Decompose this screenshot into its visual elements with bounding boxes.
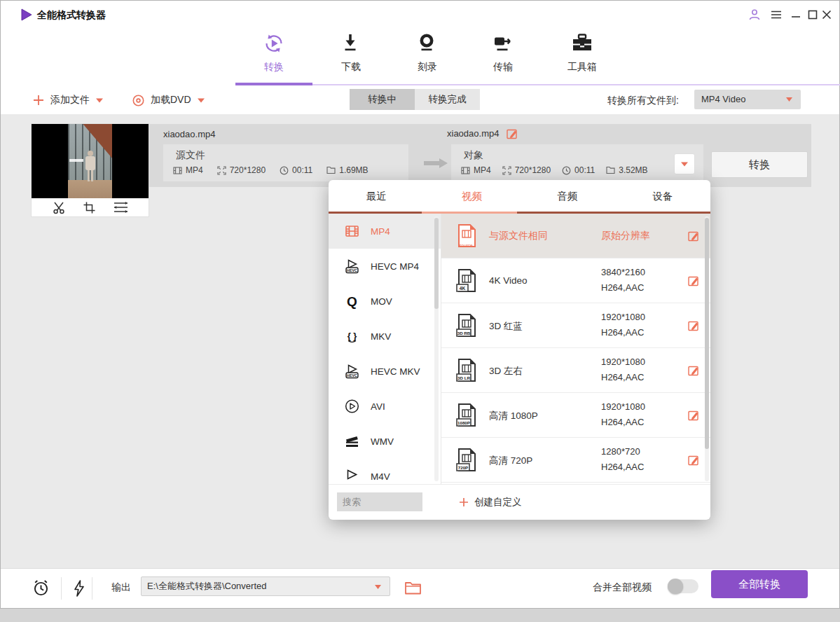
toolbox-icon [570, 32, 594, 55]
trim-button[interactable] [52, 200, 66, 214]
source-file-icon: source [454, 223, 479, 249]
preset-row-3d-lr[interactable]: 3D LR 3D 左右 1920*1080 H264,AAC [441, 348, 710, 393]
target-resolution: 720*1280 [502, 165, 551, 175]
nav-divider-line [312, 84, 840, 85]
hardware-accel-button[interactable] [71, 579, 88, 597]
merge-videos-label: 合并全部视频 [593, 581, 652, 594]
create-custom-button[interactable]: 创建自定义 [459, 496, 522, 509]
source-size: 1.69MB [326, 165, 368, 175]
finished-tab[interactable]: 转换完成 [415, 89, 480, 110]
tab-download[interactable]: 下载 [319, 32, 383, 74]
output-path-select[interactable] [141, 576, 390, 596]
load-dvd-button[interactable]: 加载DVD [132, 92, 205, 108]
matroska-icon: { } [344, 329, 360, 344]
convert-icon [262, 32, 286, 55]
format-item-m4v[interactable]: M4V [329, 459, 441, 484]
tab-toolbox[interactable]: 工具箱 [551, 32, 614, 74]
format-item-mov[interactable]: Q MOV [329, 284, 441, 319]
source-resolution: 720*1280 [217, 165, 266, 175]
app-title: 全能格式转换器 [37, 9, 106, 22]
arrow-right-icon [422, 158, 449, 169]
merge-videos-toggle[interactable] [668, 579, 698, 593]
convert-all-button[interactable]: 全部转换 [711, 570, 808, 598]
svg-text:3D LR: 3D LR [457, 375, 470, 380]
global-format-select[interactable]: MP4 Video [694, 90, 801, 109]
tab-transfer[interactable]: 传输 [471, 32, 535, 74]
target-format-dropdown[interactable] [674, 153, 695, 174]
convert-all-to-label: 转换所有文件到: [607, 95, 679, 107]
svg-text:1080P: 1080P [457, 420, 470, 425]
clock-icon [280, 166, 289, 175]
format-item-hevc-mkv[interactable]: HEVC HEVC MKV [329, 354, 441, 389]
video-thumbnail [32, 124, 149, 198]
format-item-wmv[interactable]: WMV [329, 424, 441, 459]
maximize-button[interactable] [806, 8, 819, 21]
chevron-down-icon [96, 98, 103, 103]
chevron-down-icon [198, 98, 205, 103]
source-duration: 00:11 [280, 165, 312, 175]
clock-icon [562, 166, 571, 175]
app-logo-icon [19, 8, 33, 22]
preset-row-4k[interactable]: 4K 4K Video 3840*2160 H264,AAC [441, 258, 710, 303]
schedule-button[interactable] [32, 579, 50, 597]
svg-text:{ }: { } [347, 331, 357, 341]
preset-edit-button[interactable] [687, 409, 699, 421]
hevc-icon: HEVC [344, 258, 360, 274]
queue-tabs: 转换中 转换完成 [350, 89, 480, 110]
target-format: MP4 [461, 165, 491, 175]
minimize-button[interactable] [790, 8, 802, 21]
preset-list-scrollbar-thumb[interactable] [705, 218, 709, 449]
format-item-mp4[interactable]: MP4 [329, 214, 441, 249]
preset-row-hd-1080p[interactable]: 1080P 高清 1080P 1920*1080 H264,AAC [441, 393, 710, 438]
menu-icon[interactable] [770, 8, 783, 21]
m4v-play-icon [344, 469, 360, 484]
preset-file-icon: 4K [454, 268, 479, 294]
chevron-down-icon [681, 162, 688, 167]
avi-play-icon [344, 399, 360, 414]
burn-disc-icon [415, 32, 439, 55]
format-item-mkv[interactable]: { } MKV [329, 319, 441, 354]
source-file-card: 源文件 MP4 720*1280 00:11 1.69MB [163, 144, 408, 181]
chevron-down-icon [375, 585, 381, 589]
source-format: MP4 [173, 165, 203, 175]
format-item-avi[interactable]: AVI [329, 389, 441, 424]
preset-row-hd-720p[interactable]: 720P 高清 720P 1280*720 H264,AAC [441, 438, 710, 483]
add-file-button[interactable]: 添加文件 [33, 92, 103, 108]
popup-tab-recent[interactable]: 最近 [329, 180, 424, 214]
format-list-scrollbar-thumb[interactable] [434, 218, 439, 309]
convert-button[interactable]: 转换 [711, 151, 808, 178]
preset-edit-button[interactable] [687, 454, 699, 466]
preset-edit-button[interactable] [687, 364, 699, 376]
preset-edit-button[interactable] [687, 319, 699, 331]
preset-edit-button[interactable] [687, 230, 699, 242]
target-file-name: xiaodao.mp4 [447, 128, 499, 139]
quicktime-icon: Q [344, 293, 360, 309]
source-file-name: xiaodao.mp4 [163, 129, 215, 139]
open-folder-button[interactable] [404, 580, 422, 595]
popup-tab-audio[interactable]: 音频 [520, 180, 615, 214]
search-input[interactable] [337, 492, 422, 511]
target-duration: 00:11 [562, 165, 595, 175]
preset-list: source 与源文件相同 原始分辨率 4K 4K Vid [441, 214, 710, 484]
plus-icon [33, 95, 44, 106]
converting-tab[interactable]: 转换中 [350, 89, 415, 110]
preset-edit-button[interactable] [687, 275, 699, 286]
target-file-card: 对象 MP4 720*1280 00:11 3.52MB [451, 144, 703, 181]
format-item-hevc-mp4[interactable]: HEVC HEVC MP4 [329, 249, 441, 284]
desktop: 全能格式转换器 转换 下载 刻录 [0, 0, 840, 622]
crop-button[interactable] [83, 201, 96, 214]
preset-row-3d-rb[interactable]: 3D RB 3D 红蓝 1920*1080 H264,AAC [441, 303, 710, 348]
popup-tab-device[interactable]: 设备 [615, 180, 710, 214]
output-path-value[interactable] [147, 577, 364, 595]
rename-edit-button[interactable] [506, 127, 518, 139]
tab-burn[interactable]: 刻录 [396, 32, 459, 74]
hevc-icon: HEVC [344, 364, 360, 379]
popup-tab-video[interactable]: 视频 [424, 180, 519, 214]
effects-button[interactable] [113, 201, 129, 214]
tab-convert[interactable]: 转换 [242, 32, 305, 74]
svg-text:source: source [459, 243, 473, 248]
account-icon[interactable] [748, 8, 762, 22]
preset-row-same-as-source[interactable]: source 与源文件相同 原始分辨率 [441, 214, 710, 258]
close-button[interactable] [820, 8, 833, 21]
preset-file-icon: 3D LR [454, 357, 479, 384]
